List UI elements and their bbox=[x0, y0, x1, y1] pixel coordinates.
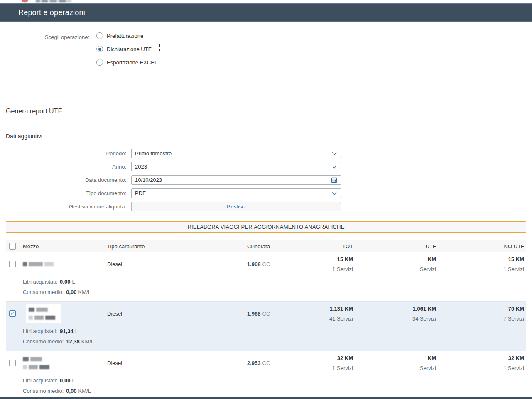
litri-acquistati-line: Litri acquistati:0,00L bbox=[23, 375, 526, 386]
tot-cell: 1.131 KM41 Servizi bbox=[280, 304, 355, 324]
select-all-checkbox[interactable] bbox=[9, 243, 16, 250]
tipo-documento-select[interactable]: PDF bbox=[131, 188, 341, 198]
mezzo-redacted bbox=[23, 357, 107, 369]
gestisci-button[interactable]: Gestisci bbox=[131, 202, 341, 211]
cc-unit: CC bbox=[262, 360, 270, 366]
tot-cell: 32 KM1 Servizi bbox=[280, 353, 355, 373]
fuel-type: Diesel bbox=[107, 360, 247, 366]
rielabora-viaggi-button[interactable]: RIELABORA VIAGGI PER AGGIORNAMENTO ANAGR… bbox=[6, 221, 526, 233]
periodo-select[interactable]: Primo trimestre bbox=[131, 149, 341, 158]
row-checkbox[interactable]: ✓ bbox=[9, 310, 16, 317]
no-utf-cell: 15 KM1 Servizi bbox=[438, 254, 526, 274]
table-row[interactable]: Diesel 2.953CC 32 KM1 Servizi KMServizi … bbox=[6, 351, 526, 399]
anno-value: 2023 bbox=[135, 164, 331, 170]
row-checkbox[interactable] bbox=[9, 261, 16, 267]
data-documento-value: 10/10/2023 bbox=[135, 177, 331, 183]
operation-label: Scegli operazione: bbox=[6, 31, 89, 71]
utf-cell: KMServizi bbox=[355, 353, 438, 373]
window-bottom-edge bbox=[0, 397, 532, 399]
col-header-tot: TOT bbox=[280, 243, 355, 250]
operation-selector: Scegli operazione: Prefatturazione Dichi… bbox=[6, 31, 526, 71]
row-details: Litri acquistati:0,00L Consumo medio:0,0… bbox=[6, 375, 526, 399]
tipo-documento-label: Tipo documento: bbox=[0, 190, 131, 196]
utf-cell: 1.061 KM34 Servizi bbox=[355, 304, 438, 324]
calendar-icon[interactable] bbox=[331, 177, 337, 183]
mezzo-redacted bbox=[26, 304, 61, 323]
radio-icon[interactable] bbox=[96, 32, 103, 39]
cc-unit: CC bbox=[262, 311, 270, 317]
app-logo-icon bbox=[22, 0, 28, 2]
radio-label: Prefatturazione bbox=[107, 33, 143, 39]
cc-unit: CC bbox=[262, 261, 270, 267]
masthead-redacted-text bbox=[36, 0, 71, 2]
chevron-down-icon bbox=[331, 151, 337, 157]
litri-acquistati-line: Litri acquistati:91,34L bbox=[23, 326, 526, 336]
consumo-medio-line: Consumo medio:0,00KM/L bbox=[23, 287, 526, 297]
radio-label: Esportazione EXCEL bbox=[107, 59, 157, 66]
page-header: Report e operazioni bbox=[0, 3, 532, 22]
anno-select[interactable]: 2023 bbox=[131, 162, 341, 171]
cilindrata-value: 1.968CC bbox=[247, 261, 280, 267]
masthead bbox=[0, 0, 532, 3]
radio-icon[interactable] bbox=[96, 59, 103, 66]
vehicles-table: Mezzo Tipo carburante Cilindrata TOT UTF… bbox=[6, 240, 526, 399]
radio-label: Dichiarazione UTF bbox=[107, 46, 152, 52]
no-utf-cell: 70 KM7 Servizi bbox=[438, 304, 526, 324]
report-form: Periodo: Primo trimestre Anno: 2023 Data… bbox=[0, 149, 532, 211]
fuel-type: Diesel bbox=[107, 261, 247, 267]
mezzo-redacted bbox=[23, 262, 107, 266]
radio-option-prefatturazione[interactable]: Prefatturazione bbox=[94, 31, 159, 40]
col-header-tipo-carburante: Tipo carburante bbox=[107, 243, 247, 250]
section-title: Genera report UTF bbox=[6, 108, 526, 115]
col-header-mezzo: Mezzo bbox=[23, 243, 107, 250]
consumo-medio-line: Consumo medio:12,38KM/L bbox=[23, 336, 526, 347]
data-documento-input[interactable]: 10/10/2023 bbox=[131, 175, 341, 185]
chevron-down-icon bbox=[331, 191, 337, 196]
radio-selected-icon[interactable] bbox=[96, 46, 103, 52]
col-header-no-utf: NO UTF bbox=[438, 243, 526, 250]
data-documento-label: Data documento: bbox=[0, 177, 131, 183]
subsection-title: Dati aggiuntivi bbox=[6, 133, 526, 140]
fuel-type: Diesel bbox=[107, 311, 247, 317]
no-utf-cell: 32 KM1 Servizi bbox=[438, 353, 526, 373]
litri-acquistati-line: Litri acquistati:0,00L bbox=[23, 277, 526, 287]
gestisci-aliquota-label: Gestisci valore aliquota: bbox=[0, 203, 131, 210]
tot-cell: 15 KM1 Servizi bbox=[280, 254, 355, 274]
periodo-label: Periodo: bbox=[0, 150, 131, 157]
utf-cell: KMServizi bbox=[355, 254, 438, 274]
col-header-utf: UTF bbox=[355, 243, 438, 250]
cilindrata-value: 2.953CC bbox=[247, 360, 280, 366]
table-row[interactable]: ✓ Diesel 1.968CC 1.131 KM41 Servizi 1.06… bbox=[6, 302, 526, 351]
col-header-cilindrata: Cilindrata bbox=[247, 243, 280, 250]
row-checkbox[interactable] bbox=[9, 360, 16, 366]
section-divider bbox=[0, 120, 532, 120]
cilindrata-value: 1.968CC bbox=[247, 311, 280, 317]
radio-option-esportazione-excel[interactable]: Esportazione EXCEL bbox=[94, 58, 159, 67]
row-details: Litri acquistati:0,00L Consumo medio:0,0… bbox=[6, 276, 526, 301]
consumo-medio-line: Consumo medio:0,00KM/L bbox=[23, 386, 526, 396]
radio-option-dichiarazione-utf[interactable]: Dichiarazione UTF bbox=[94, 44, 159, 54]
anno-label: Anno: bbox=[0, 164, 131, 170]
tipo-documento-value: PDF bbox=[135, 190, 331, 196]
page-title: Report e operazioni bbox=[18, 8, 85, 17]
table-row[interactable]: Diesel 1.968CC 15 KM1 Servizi KMServizi … bbox=[6, 252, 526, 302]
table-header: Mezzo Tipo carburante Cilindrata TOT UTF… bbox=[6, 240, 526, 252]
row-details: Litri acquistati:91,34L Consumo medio:12… bbox=[6, 325, 526, 351]
periodo-value: Primo trimestre bbox=[135, 150, 331, 157]
chevron-down-icon bbox=[331, 164, 337, 170]
table-body: Diesel 1.968CC 15 KM1 Servizi KMServizi … bbox=[6, 252, 526, 399]
